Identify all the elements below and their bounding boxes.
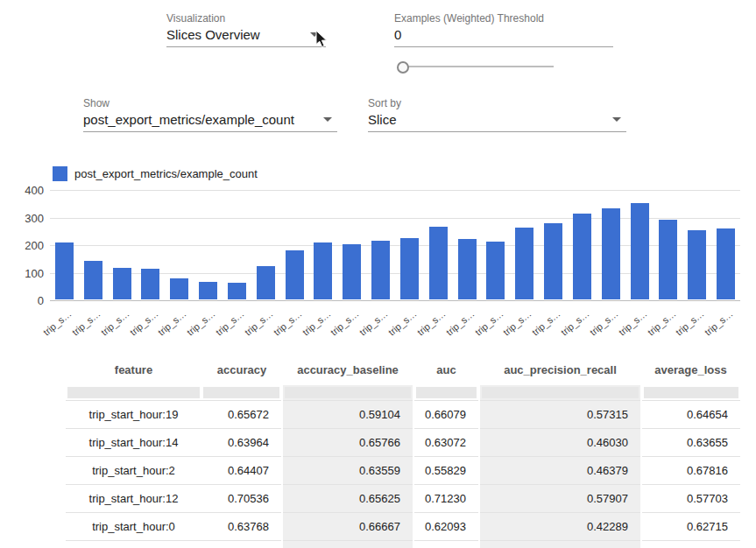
threshold-slider[interactable]: [396, 60, 554, 73]
metric-cell: 0.65625: [282, 485, 413, 513]
chart-bar: [141, 269, 159, 299]
table-header-cell[interactable]: accuracy_baseline: [282, 354, 413, 385]
metric-cell: 0.67816: [641, 457, 740, 485]
metric-cell: 0.71230: [413, 485, 479, 513]
x-axis-label: trip_s…: [424, 303, 453, 341]
metric-cell: 0.65766: [282, 429, 413, 457]
chart-bar: [314, 242, 332, 299]
x-axis-label: trip_s…: [625, 303, 654, 341]
feature-cell: trip_start_hour:0: [66, 513, 201, 541]
filter-cell[interactable]: [644, 387, 738, 398]
legend-label: post_export_metrics/example_count: [74, 167, 258, 180]
metric-cell: 0.46030: [479, 429, 641, 457]
feature-cell: trip_start_hour:14: [66, 429, 201, 457]
chart-bar: [486, 242, 505, 299]
chart-bar: [602, 208, 620, 299]
x-axis-label: trip_s…: [251, 303, 280, 341]
feature-cell: trip_start_hour:2: [66, 457, 201, 485]
visualization-dropdown[interactable]: Slices Overview: [166, 25, 326, 47]
sortby-field: Sort by Slice: [368, 97, 626, 132]
y-axis-tick: 300: [7, 212, 44, 225]
show-dropdown[interactable]: post_export_metrics/example_count: [83, 109, 337, 132]
chart-bar: [688, 230, 706, 299]
x-axis-label: trip_s…: [597, 303, 625, 341]
x-axis-labels: trip_s…trip_s…trip_s…trip_s…trip_s…trip_…: [50, 303, 740, 341]
metric-cell: 0.64654: [641, 401, 740, 429]
sortby-dropdown[interactable]: Slice: [368, 109, 626, 132]
metric-cell: 0.62093: [413, 513, 479, 541]
filter-cell[interactable]: [416, 387, 477, 398]
chart-bar: [257, 266, 275, 299]
chart-bar: [170, 278, 188, 299]
visualization-label: Visualization: [166, 12, 326, 25]
metric-cell: 0.66667: [282, 513, 413, 541]
filter-cell[interactable]: [203, 387, 279, 398]
slider-track[interactable]: [401, 66, 554, 67]
chart-bar: [573, 214, 591, 299]
show-value: post_export_metrics/example_count: [83, 112, 294, 127]
chart-bar: [228, 283, 246, 299]
metric-cell: 0.63768: [201, 513, 282, 541]
sortby-label: Sort by: [368, 97, 626, 109]
table-row: trip_start_hour:140.639640.657660.630720…: [66, 429, 740, 457]
show-field: Show post_export_metrics/example_count: [83, 97, 337, 132]
chart-bar: [286, 250, 304, 299]
metric-cell: 0.62715: [641, 513, 740, 541]
metric-cell: 0.63072: [413, 429, 479, 457]
threshold-label: Examples (Weighted) Threshold: [394, 12, 613, 25]
feature-cell: trip_start_hour:12: [66, 485, 201, 513]
bar-chart: [50, 190, 740, 300]
chart-bar: [343, 244, 361, 299]
feature-cell: trip_start_hour:23: [66, 541, 201, 548]
metrics-table: featureaccuracyaccuracy_baselineaucauc_p…: [66, 354, 740, 548]
threshold-value: 0: [394, 27, 401, 42]
x-axis-label: trip_s…: [711, 303, 740, 341]
table-header-cell[interactable]: average_loss: [641, 354, 740, 385]
x-axis-label: trip_s…: [79, 303, 108, 341]
filter-cell[interactable]: [482, 387, 639, 398]
x-axis-label: trip_s…: [108, 303, 137, 341]
chart-bar: [717, 228, 735, 299]
table-row: trip_start_hour:20.644070.635590.558290.…: [66, 457, 740, 485]
slider-handle[interactable]: [397, 61, 409, 74]
metric-cell: 0.64407: [201, 457, 282, 485]
metrics-table-wrap: featureaccuracyaccuracy_baselineaucauc_p…: [66, 354, 740, 548]
chart-bar: [631, 203, 649, 299]
metric-cell: 0.55829: [413, 457, 479, 485]
table-header-cell[interactable]: auc_precision_recall: [479, 354, 641, 385]
table-row: trip_start_hour:230.660160.648440.583370…: [66, 541, 740, 548]
x-axis-label: trip_s…: [453, 303, 482, 341]
chart-bar: [113, 268, 131, 299]
metric-cell: 0.64844: [282, 541, 413, 548]
chevron-down-icon: [612, 117, 621, 122]
metric-cell: 0.46379: [479, 457, 641, 485]
legend-swatch: [53, 166, 67, 181]
y-axis-tick: 0: [7, 294, 44, 307]
metric-cell: 0.66016: [201, 541, 282, 548]
metric-cell: 0.65142: [641, 541, 740, 548]
chart-bar: [55, 242, 74, 299]
mouse-cursor: [315, 30, 329, 53]
gridline: [50, 190, 740, 191]
chart-bar: [400, 238, 419, 299]
feature-cell: trip_start_hour:19: [66, 401, 201, 429]
table-header-cell[interactable]: feature: [66, 354, 201, 385]
table-row: trip_start_hour:190.656720.591040.660790…: [66, 401, 740, 429]
metric-cell: 0.65672: [201, 401, 282, 429]
y-axis-tick: 400: [7, 184, 44, 197]
table-filter-row: [66, 385, 740, 401]
threshold-input[interactable]: 0: [394, 25, 613, 47]
chart-bar: [544, 223, 562, 299]
filter-cell[interactable]: [285, 387, 411, 398]
chart-bar: [429, 227, 448, 299]
metric-cell: 0.63559: [282, 457, 413, 485]
threshold-field: Examples (Weighted) Threshold 0: [394, 12, 613, 47]
sortby-value: Slice: [368, 112, 397, 127]
filter-cell[interactable]: [67, 387, 200, 398]
metric-cell: 0.66079: [413, 401, 479, 429]
table-header-cell[interactable]: accuracy: [201, 354, 282, 385]
table-header-cell[interactable]: auc: [413, 354, 479, 385]
y-axis-tick: 200: [7, 239, 44, 252]
metric-cell: 0.59104: [282, 401, 413, 429]
metric-cell: 0.58337: [413, 541, 479, 548]
